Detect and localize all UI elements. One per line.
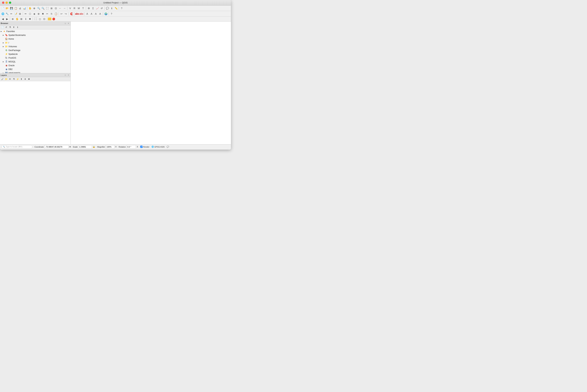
scale-input[interactable]: [78, 145, 92, 148]
add-vector-layer[interactable]: V: [68, 6, 72, 10]
redo-btn[interactable]: ↪: [64, 12, 68, 16]
digitize-btn[interactable]: ✏: [9, 12, 13, 16]
layer-ext-btn[interactable]: ◻: [38, 17, 42, 21]
pan-map-button[interactable]: ✋: [28, 6, 32, 10]
annotate4[interactable]: A: [98, 12, 102, 16]
help-button[interactable]: ?: [120, 6, 124, 10]
tree-item-geopackage[interactable]: G GeoPackage: [0, 48, 70, 52]
scale-lock-icon[interactable]: 🔒: [93, 146, 95, 148]
field-calculator[interactable]: Σ: [91, 6, 95, 10]
refresh-button[interactable]: ↺: [100, 6, 104, 10]
processing-toolbox[interactable]: ⚙: [87, 6, 91, 10]
plugins-btn[interactable]: 🔧: [5, 12, 9, 16]
deselect-btn[interactable]: ✖: [28, 17, 32, 21]
layers-remove-layer[interactable]: ✖: [27, 78, 31, 81]
undo-btn[interactable]: ↩: [59, 12, 63, 16]
coordinate-input[interactable]: [44, 145, 68, 148]
help2-btn[interactable]: ?: [109, 12, 113, 16]
rotation-spin-icon[interactable]: ⇕: [137, 146, 138, 148]
label2-btn[interactable]: abc: [79, 12, 83, 16]
layers-close-btn[interactable]: ×: [67, 74, 70, 76]
tree-item-home[interactable]: 🏠 Home: [0, 37, 70, 41]
messages-item[interactable]: 💬: [167, 146, 169, 148]
back-btn[interactable]: ◀: [1, 17, 5, 21]
tree-item-spatialite[interactable]: ⚡ SpatiaLite: [0, 52, 70, 56]
map-tips[interactable]: 💬: [105, 6, 109, 10]
browser-add-btn[interactable]: 📄: [1, 26, 4, 29]
minimize-button[interactable]: [5, 2, 8, 4]
full-ext-btn[interactable]: ⛶: [33, 17, 38, 21]
layers-collapse-all[interactable]: ⬇: [23, 78, 27, 81]
tree-item-root[interactable]: ▶ 📁 /: [0, 41, 70, 45]
open-project-button[interactable]: 📂: [5, 6, 9, 10]
layers-filter-map[interactable]: ⚡: [16, 78, 19, 81]
annotate3[interactable]: A: [94, 12, 98, 16]
new-project-button[interactable]: 📄: [1, 6, 5, 10]
label-btn[interactable]: abc: [75, 12, 79, 16]
layers-expand-all[interactable]: ⬆: [20, 78, 23, 81]
select-mode[interactable]: ⊞: [19, 17, 23, 21]
move-feature[interactable]: ⊕: [36, 12, 41, 16]
pan-map-to-button[interactable]: ⊕: [32, 6, 36, 10]
color-picker[interactable]: [48, 18, 51, 20]
render-checkbox[interactable]: [140, 146, 142, 148]
zoom-layer-button[interactable]: ⊞: [49, 6, 53, 10]
browser-close-btn[interactable]: ×: [67, 22, 70, 25]
layers-open-layer-prop[interactable]: 🖊: [1, 78, 4, 81]
delete-feature[interactable]: ✖: [41, 12, 45, 16]
qgis-logo-btn[interactable]: 🌍: [104, 12, 108, 16]
browser-collapse-btn[interactable]: ⬆: [12, 26, 15, 29]
close-button[interactable]: [2, 2, 4, 4]
attr-table-btn[interactable]: ⊞: [18, 12, 22, 16]
identify-tool[interactable]: ℹ: [110, 6, 114, 10]
tree-item-volumes[interactable]: ▶ 📁 /Volumes: [0, 45, 70, 48]
maximize-button[interactable]: [9, 2, 11, 4]
tree-item-oracle[interactable]: ◉ Oracle: [0, 64, 70, 68]
tree-item-spatial-bookmarks[interactable]: ▶ 🔖 Spatial Bookmarks: [0, 33, 70, 37]
zoom-selection-button[interactable]: ⊡: [54, 6, 58, 10]
layer-proj-btn[interactable]: 🌐: [1, 12, 5, 16]
paste-feature[interactable]: 📋: [54, 12, 58, 16]
vertex-tool[interactable]: ◈: [32, 12, 36, 16]
add-raster-layer[interactable]: R: [72, 6, 76, 10]
annotate1[interactable]: A: [85, 12, 89, 16]
map-canvas[interactable]: [71, 22, 231, 144]
magnifier-input[interactable]: [106, 145, 114, 148]
zoom-previous-button[interactable]: ←: [58, 6, 62, 10]
fwd-btn[interactable]: ▶: [5, 17, 9, 21]
zoom-next-button[interactable]: →: [62, 6, 66, 10]
layers-add-group[interactable]: 📁: [4, 78, 8, 81]
tree-item-postgis[interactable]: 🐘 PostGIS: [0, 56, 70, 60]
zoom-out-button[interactable]: 🔍: [41, 6, 45, 10]
feature-color[interactable]: 🔴: [51, 17, 56, 21]
copy-feature[interactable]: ⎘: [49, 12, 53, 16]
browser-refresh-btn[interactable]: ↺: [4, 26, 8, 29]
snapping-btn[interactable]: 🧲: [69, 12, 73, 16]
report-button[interactable]: 📊: [22, 6, 26, 10]
print-layout-button[interactable]: 🖨: [18, 6, 22, 10]
magnifier-spin-icon[interactable]: ⇕: [115, 146, 117, 148]
layers-float-btn[interactable]: □: [64, 74, 67, 76]
zoom-mode[interactable]: ⊕: [11, 17, 15, 21]
layers-control-rendering[interactable]: 👁: [8, 78, 12, 81]
save-project-button[interactable]: 💾: [9, 6, 13, 10]
tree-item-wms[interactable]: ▶ WMS/WMTS: [0, 71, 70, 73]
tree-item-db2[interactable]: ◉ DB2: [0, 68, 70, 71]
cut-feature[interactable]: ✂: [45, 12, 49, 16]
layers-filter-layer[interactable]: ⚗: [12, 78, 15, 81]
add-mesh-layer[interactable]: M: [77, 6, 81, 10]
save-as-button[interactable]: 📋: [13, 6, 18, 10]
node-tool[interactable]: ⬡: [28, 12, 32, 16]
browser-filter-btn[interactable]: ⚗: [8, 26, 12, 29]
browser-float-btn[interactable]: □: [64, 22, 67, 25]
pan-mode[interactable]: ✋: [15, 17, 19, 21]
pencil-btn[interactable]: ✏: [23, 12, 28, 16]
tree-item-favorites[interactable]: ▶ ★ Favorites: [0, 30, 70, 33]
tree-item-mssql[interactable]: ▶ 🗄 MSSQL: [0, 60, 70, 64]
locator-bar[interactable]: 🔍 Type to locate (⌘K): [1, 145, 32, 148]
epsg-item[interactable]: 🌐 EPSG:4326: [151, 146, 165, 148]
identify-mode[interactable]: ℹ: [23, 17, 28, 21]
zoom-in-button[interactable]: 🔍: [36, 6, 41, 10]
statistics-panel[interactable]: 📈: [95, 6, 99, 10]
edit-btn[interactable]: 📝: [13, 12, 18, 16]
